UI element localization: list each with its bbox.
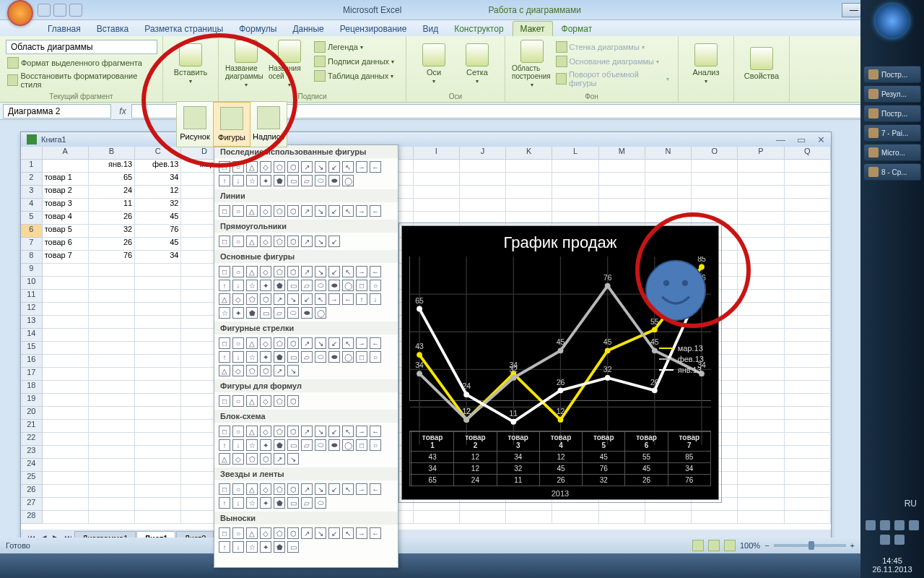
shape-option[interactable]: → bbox=[356, 337, 367, 349]
taskbar-button[interactable]: 7 - Pai... bbox=[863, 124, 921, 142]
shape-option[interactable]: ⬠ bbox=[246, 453, 258, 465]
shape-option[interactable]: ◇ bbox=[260, 205, 271, 217]
shape-option[interactable]: ○ bbox=[232, 527, 244, 539]
tray-icon[interactable] bbox=[894, 520, 905, 530]
shape-option[interactable]: ↑ bbox=[219, 351, 230, 363]
shape-option[interactable]: ✦ bbox=[260, 280, 271, 291]
tab-insert[interactable]: Вставка bbox=[90, 22, 136, 36]
shape-option[interactable]: ⬡ bbox=[287, 266, 299, 277]
shape-option[interactable]: ↓ bbox=[232, 175, 244, 186]
insert-picture[interactable]: Рисунок bbox=[177, 102, 213, 147]
language-indicator[interactable]: RU bbox=[905, 499, 917, 509]
shape-option[interactable]: ⬬ bbox=[301, 307, 313, 319]
shape-option[interactable]: ⬭ bbox=[315, 280, 326, 291]
office-button[interactable] bbox=[7, 0, 33, 26]
shape-option[interactable]: ⬠ bbox=[274, 161, 285, 173]
shape-option[interactable]: → bbox=[356, 527, 367, 539]
tab-chart-layout[interactable]: Макет bbox=[513, 21, 553, 36]
analysis-button[interactable]: Анализ bbox=[684, 38, 728, 89]
zoom-level[interactable]: 100% bbox=[740, 541, 760, 550]
shape-option[interactable]: ⬠ bbox=[274, 266, 285, 277]
shape-option[interactable]: ▱ bbox=[301, 497, 313, 509]
shape-option[interactable]: □ bbox=[219, 395, 230, 407]
chart-object[interactable]: График продаж 43123412455585341232457645… bbox=[401, 225, 719, 500]
shape-option[interactable]: △ bbox=[246, 483, 258, 495]
shape-option[interactable]: ↓ bbox=[232, 541, 244, 553]
shape-option[interactable]: ◯ bbox=[315, 307, 326, 319]
shape-option[interactable]: ✦ bbox=[260, 439, 271, 451]
col-header[interactable]: B bbox=[89, 147, 135, 160]
qat-undo-icon[interactable] bbox=[53, 4, 66, 17]
taskbar-button[interactable]: Резул... bbox=[863, 85, 921, 103]
shape-option[interactable]: ↑ bbox=[219, 541, 230, 553]
tab-review[interactable]: Рецензирование bbox=[333, 22, 414, 36]
col-header[interactable]: I bbox=[414, 147, 460, 160]
properties-button[interactable]: Свойства bbox=[740, 38, 783, 89]
data-table-button[interactable]: Таблица данных bbox=[313, 69, 396, 83]
shape-option[interactable]: ↗ bbox=[301, 527, 313, 539]
shape-option[interactable]: ↙ bbox=[328, 337, 340, 349]
shape-option[interactable]: ← bbox=[370, 161, 381, 173]
chart-wall-button[interactable]: Стенка диаграммы bbox=[554, 40, 671, 54]
grid-row[interactable]: 2товар 16534 bbox=[21, 173, 831, 186]
taskbar-button[interactable]: Постр... bbox=[863, 105, 921, 122]
plot-area-button[interactable]: Область построения bbox=[511, 38, 553, 89]
shape-option[interactable]: ☆ bbox=[246, 280, 258, 291]
shape-option[interactable]: ↗ bbox=[301, 236, 313, 247]
shape-option[interactable]: ⬠ bbox=[274, 205, 285, 217]
chart-title[interactable]: График продаж bbox=[402, 226, 718, 256]
chart-element-selector[interactable] bbox=[6, 40, 157, 54]
col-header[interactable]: N bbox=[645, 147, 692, 160]
shapes-gallery[interactable]: Последние использованные фигуры □○△◇⬠⬡↗↘… bbox=[214, 144, 398, 568]
tab-data[interactable]: Данные bbox=[285, 22, 331, 36]
shape-option[interactable]: △ bbox=[246, 337, 258, 349]
shape-option[interactable]: ← bbox=[370, 483, 381, 495]
shape-option[interactable]: ↙ bbox=[328, 527, 340, 539]
tray-icon[interactable] bbox=[866, 520, 876, 530]
shape-option[interactable]: ↘ bbox=[315, 483, 326, 495]
shape-option[interactable]: ↘ bbox=[315, 236, 326, 247]
reset-style-button[interactable]: Восстановить форматирование стиля bbox=[6, 70, 157, 90]
shape-option[interactable]: ↑ bbox=[219, 175, 230, 186]
shape-option[interactable]: ↓ bbox=[232, 280, 244, 291]
shape-option[interactable]: ○ bbox=[370, 439, 381, 451]
shape-option[interactable]: ○ bbox=[232, 337, 244, 349]
shape-option[interactable]: ○ bbox=[232, 236, 244, 247]
chart-title-button[interactable]: Название диаграммы bbox=[225, 38, 268, 89]
shape-option[interactable]: △ bbox=[246, 426, 258, 437]
grid-row[interactable]: 28 bbox=[21, 511, 831, 524]
grid-row[interactable]: 1янв.13фев.13мар.13 bbox=[21, 160, 831, 173]
name-box[interactable] bbox=[3, 104, 111, 118]
shape-option[interactable]: △ bbox=[219, 365, 230, 376]
shape-option[interactable]: ▭ bbox=[260, 307, 271, 319]
shape-option[interactable]: ↗ bbox=[301, 426, 313, 437]
shape-option[interactable]: ⬟ bbox=[274, 439, 285, 451]
shape-option[interactable]: ↓ bbox=[232, 439, 244, 451]
shape-option[interactable]: ⬡ bbox=[287, 337, 299, 349]
shape-option[interactable]: ↗ bbox=[274, 293, 285, 305]
shape-option[interactable]: ✦ bbox=[232, 307, 244, 319]
shape-option[interactable]: ☆ bbox=[246, 351, 258, 363]
shape-option[interactable]: ↗ bbox=[274, 453, 285, 465]
shape-option[interactable]: ⬡ bbox=[287, 527, 299, 539]
wb-maximize[interactable]: ▭ bbox=[797, 134, 806, 145]
shape-option[interactable]: ⬠ bbox=[274, 337, 285, 349]
col-header[interactable]: K bbox=[506, 147, 552, 160]
shape-option[interactable]: ○ bbox=[232, 266, 244, 277]
shape-option[interactable]: ↗ bbox=[274, 365, 285, 376]
shape-option[interactable]: ◯ bbox=[342, 175, 354, 186]
shape-option[interactable]: ⬭ bbox=[315, 175, 326, 186]
shape-option[interactable]: ⬡ bbox=[287, 426, 299, 437]
shape-option[interactable]: ▭ bbox=[287, 351, 299, 363]
shape-option[interactable]: ↙ bbox=[328, 426, 340, 437]
zoom-in[interactable]: + bbox=[850, 541, 855, 550]
shape-option[interactable]: → bbox=[356, 483, 367, 495]
shape-option[interactable]: ▱ bbox=[301, 439, 313, 451]
shape-option[interactable]: ⬡ bbox=[287, 205, 299, 217]
shape-option[interactable]: ↑ bbox=[219, 497, 230, 509]
shape-option[interactable]: ◯ bbox=[342, 280, 354, 291]
shape-option[interactable]: ○ bbox=[370, 280, 381, 291]
shape-option[interactable]: ✦ bbox=[260, 175, 271, 186]
wb-close[interactable]: ✕ bbox=[817, 134, 825, 145]
shape-option[interactable]: ▭ bbox=[287, 497, 299, 509]
